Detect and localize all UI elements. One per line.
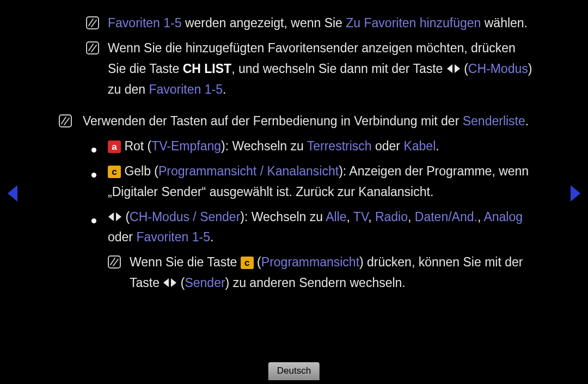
text: , bbox=[346, 210, 353, 224]
text: ( bbox=[461, 62, 468, 76]
text: . bbox=[210, 230, 213, 244]
bullet-red-tv-empfang: a Rot (TV-Empfang): Wechseln zu Terrestr… bbox=[59, 136, 532, 157]
text: Senderliste bbox=[463, 114, 525, 128]
nav-next-page[interactable] bbox=[568, 185, 581, 202]
note-remote-usage: Verwenden der Tasten auf der Fernbedienu… bbox=[59, 111, 532, 132]
bullet-icon bbox=[91, 163, 96, 184]
text: Favoriten 1 bbox=[149, 82, 211, 96]
svg-marker-6 bbox=[163, 278, 169, 287]
text: Zu Favoriten hinzufügen bbox=[346, 16, 481, 30]
text: . bbox=[525, 114, 529, 128]
text: Alle bbox=[326, 210, 346, 224]
note-programmansicht-sender: Wenn Sie die Taste c (Programmansicht) d… bbox=[59, 252, 532, 294]
left-right-arrow-icon bbox=[446, 63, 461, 74]
note-icon bbox=[59, 113, 72, 134]
text: Verwenden der Tasten auf der Fernbedienu… bbox=[83, 114, 463, 128]
bullet-icon bbox=[91, 138, 96, 159]
text: , bbox=[368, 210, 375, 224]
text: Favoriten 1 bbox=[108, 16, 170, 30]
text: , und wechseln Sie dann mit der Taste bbox=[231, 62, 446, 76]
text: werden angezeigt, wenn Sie bbox=[182, 16, 346, 30]
text: Wenn Sie die Taste bbox=[130, 255, 241, 269]
note-icon bbox=[108, 254, 121, 275]
svg-marker-0 bbox=[8, 185, 17, 202]
nav-prev-page[interactable] bbox=[7, 185, 20, 202]
bullet-ch-modus-sender: (CH-Modus / Sender): Wechseln zu Alle, T… bbox=[59, 207, 532, 248]
text: 5 bbox=[175, 16, 182, 30]
text: . bbox=[436, 139, 439, 153]
text: ): Wechseln zu bbox=[221, 139, 307, 153]
text: 5 bbox=[216, 82, 223, 96]
bullet-icon bbox=[91, 209, 96, 230]
note-favorites-display: Favoriten 1-5 werden angezeigt, wenn Sie… bbox=[59, 13, 532, 34]
text: Programmansicht bbox=[261, 255, 359, 269]
text: ): Wechseln zu bbox=[240, 210, 326, 224]
text: CH LIST bbox=[183, 62, 231, 76]
note-icon bbox=[86, 15, 99, 36]
text: TV bbox=[353, 210, 368, 224]
text: Favoriten 1 bbox=[136, 230, 199, 244]
red-a-button-icon: a bbox=[108, 141, 121, 153]
text: Programmansicht / Kanalansicht bbox=[158, 164, 339, 178]
left-right-arrow-icon bbox=[163, 277, 177, 288]
text: CH-Modus / Sender bbox=[130, 210, 240, 224]
yellow-c-button-icon: c bbox=[108, 166, 121, 178]
svg-marker-7 bbox=[171, 278, 176, 287]
text: , bbox=[408, 210, 415, 224]
text: Gelb ( bbox=[121, 164, 158, 178]
left-right-arrow-icon bbox=[108, 211, 122, 222]
yellow-c-button-icon: c bbox=[241, 257, 254, 269]
svg-marker-5 bbox=[116, 212, 121, 221]
text: 5 bbox=[203, 230, 210, 244]
svg-marker-1 bbox=[571, 185, 580, 202]
text: wählen. bbox=[481, 16, 528, 30]
text: Rot ( bbox=[121, 139, 151, 153]
text: Kabel bbox=[403, 139, 436, 153]
text: Daten/And. bbox=[415, 210, 477, 224]
text: CH-Modus bbox=[468, 62, 528, 76]
text: Sender bbox=[185, 276, 225, 290]
text: ( bbox=[122, 210, 130, 224]
text: - bbox=[170, 16, 175, 30]
text: ( bbox=[254, 255, 261, 269]
text: Terrestrisch bbox=[307, 139, 372, 153]
text: Radio bbox=[375, 210, 408, 224]
note-icon bbox=[86, 40, 99, 61]
text: oder bbox=[372, 139, 404, 153]
language-indicator[interactable]: Deutsch bbox=[268, 362, 320, 380]
content-area: Favoriten 1-5 werden angezeigt, wenn Sie… bbox=[59, 12, 532, 298]
text: . bbox=[223, 82, 226, 96]
text: ( bbox=[177, 276, 185, 290]
text: oder bbox=[108, 230, 136, 244]
bullet-yellow-programmansicht: c Gelb (Programmansicht / Kanalansicht):… bbox=[59, 161, 532, 203]
svg-marker-4 bbox=[108, 212, 114, 221]
text: , bbox=[477, 210, 484, 224]
text: Analog bbox=[483, 210, 523, 224]
note-ch-list: Wenn Sie die hinzugefügten Favoritensend… bbox=[59, 38, 532, 100]
text: TV-Empfang bbox=[151, 139, 221, 153]
manual-page: Favoriten 1-5 werden angezeigt, wenn Sie… bbox=[0, 0, 588, 384]
text: ) zu anderen Sendern wechseln. bbox=[225, 276, 406, 290]
svg-marker-3 bbox=[455, 64, 460, 73]
svg-marker-2 bbox=[447, 64, 452, 73]
